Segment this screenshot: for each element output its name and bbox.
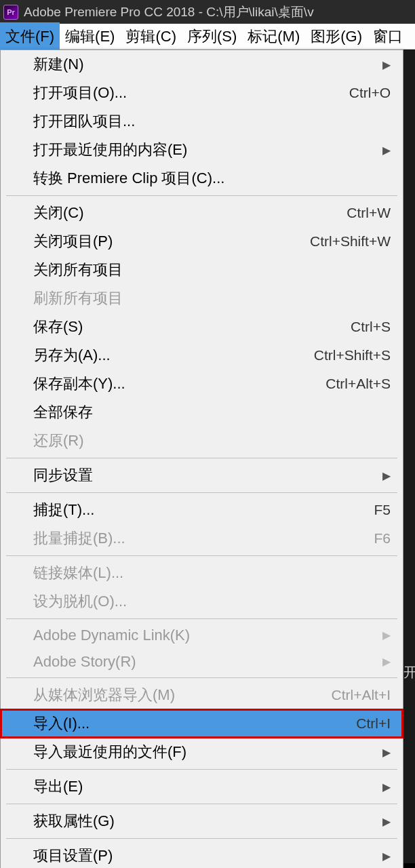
menu-item-5-0: Adobe Dynamic Link(K)▶ <box>1 622 403 648</box>
menu-item-0-4[interactable]: 转换 Premiere Clip 项目(C)... <box>1 164 403 193</box>
menu-item-1-7[interactable]: 全部保存 <box>1 398 403 427</box>
menu-item-1-1[interactable]: 关闭项目(P)Ctrl+Shift+W <box>1 227 403 256</box>
menu-item-label: 另存为(A)... <box>33 345 111 366</box>
menu-item-5-1: Adobe Story(R)▶ <box>1 648 403 675</box>
separator <box>6 838 397 839</box>
menu-item-label: 导出(E) <box>33 776 83 797</box>
menu-item-3-0[interactable]: 捕捉(T)...F5 <box>1 496 403 524</box>
menu-4[interactable]: 标记(M) <box>242 22 305 51</box>
menu-item-2-0[interactable]: 同步设置▶ <box>1 461 403 490</box>
menu-item-shortcut: F6 <box>374 530 391 547</box>
chevron-right-icon: ▶ <box>382 746 391 759</box>
separator <box>6 804 397 804</box>
separator <box>6 618 397 619</box>
chevron-right-icon: ▶ <box>382 781 391 793</box>
menu-item-label: 关闭所有项目 <box>33 260 123 280</box>
window-title: Adobe Premiere Pro CC 2018 - C:\用户\likai… <box>24 3 314 21</box>
chevron-right-icon: ▶ <box>382 144 391 157</box>
menu-item-8-0[interactable]: 获取属性(G)▶ <box>1 807 403 835</box>
menu-item-4-1: 设为脱机(O)... <box>1 587 403 616</box>
chevron-right-icon: ▶ <box>382 850 391 863</box>
separator <box>6 195 397 196</box>
menu-item-shortcut: Ctrl+O <box>349 85 391 101</box>
separator <box>6 492 397 493</box>
menu-item-1-6[interactable]: 保存副本(Y)...Ctrl+Alt+S <box>1 370 403 398</box>
chevron-right-icon: ▶ <box>382 629 391 642</box>
menu-item-1-8: 还原(R) <box>1 427 403 455</box>
separator <box>6 555 397 556</box>
menu-item-label: 全部保存 <box>33 402 93 422</box>
menu-item-label: 导入最近使用的文件(F) <box>33 742 186 762</box>
menu-item-shortcut: Ctrl+Shift+S <box>314 347 391 363</box>
menu-item-label: Adobe Story(R) <box>33 653 136 671</box>
menu-item-label: 还原(R) <box>33 431 84 451</box>
chevron-right-icon: ▶ <box>382 469 391 482</box>
titlebar: Pr Adobe Premiere Pro CC 2018 - C:\用户\li… <box>0 0 415 24</box>
menu-item-shortcut: Ctrl+S <box>351 319 391 335</box>
menu-item-4-0: 链接媒体(L)... <box>1 559 403 587</box>
menu-item-0-3[interactable]: 打开最近使用的内容(E)▶ <box>1 136 403 164</box>
menu-item-label: 链接媒体(L)... <box>33 563 123 583</box>
menu-item-0-2[interactable]: 打开团队项目... <box>1 107 403 136</box>
menu-item-label: 设为脱机(O)... <box>33 591 127 612</box>
menu-item-1-3: 刷新所有项目 <box>1 284 403 313</box>
menu-item-shortcut: Ctrl+Shift+W <box>310 233 391 250</box>
menu-1[interactable]: 编辑(E) <box>60 22 120 51</box>
menu-item-1-2[interactable]: 关闭所有项目 <box>1 256 403 284</box>
menu-item-label: 转换 Premiere Clip 项目(C)... <box>33 168 224 189</box>
menu-item-1-5[interactable]: 另存为(A)...Ctrl+Shift+S <box>1 341 403 370</box>
menu-item-label: Adobe Dynamic Link(K) <box>33 627 190 644</box>
chevron-right-icon: ▶ <box>382 815 391 828</box>
menu-item-6-1[interactable]: 导入(I)...Ctrl+I <box>1 709 403 738</box>
menu-item-label: 同步设置 <box>33 465 93 486</box>
menu-item-label: 关闭(C) <box>33 203 84 223</box>
menu-item-label: 关闭项目(P) <box>33 231 113 252</box>
menu-item-label: 保存副本(Y)... <box>33 374 125 394</box>
menu-item-label: 刷新所有项目 <box>33 288 123 309</box>
menu-2[interactable]: 剪辑(C) <box>120 22 182 51</box>
file-menu-dropdown: 新建(N)▶打开项目(O)...Ctrl+O打开团队项目...打开最近使用的内容… <box>0 50 403 868</box>
menu-item-3-1: 批量捕捉(B)...F6 <box>1 524 403 553</box>
separator <box>6 677 397 678</box>
background-panel: 开 <box>403 50 415 863</box>
menu-item-label: 保存(S) <box>33 317 83 337</box>
menu-5[interactable]: 图形(G) <box>305 22 368 51</box>
app-icon: Pr <box>3 5 18 20</box>
menu-item-label: 打开最近使用的内容(E) <box>33 140 187 160</box>
menu-item-label: 获取属性(G) <box>33 811 115 831</box>
menu-item-9-0[interactable]: 项目设置(P)▶ <box>1 842 403 868</box>
menu-item-label: 捕捉(T)... <box>33 500 94 520</box>
menu-item-shortcut: F5 <box>374 502 391 518</box>
chevron-right-icon: ▶ <box>382 58 391 71</box>
menu-3[interactable]: 序列(S) <box>182 22 242 51</box>
menu-item-label: 导入(I)... <box>33 713 90 734</box>
menu-item-0-1[interactable]: 打开项目(O)...Ctrl+O <box>1 79 403 107</box>
menu-item-6-0: 从媒体浏览器导入(M)Ctrl+Alt+I <box>1 681 403 709</box>
menu-item-6-2[interactable]: 导入最近使用的文件(F)▶ <box>1 738 403 766</box>
menu-0[interactable]: 文件(F) <box>0 22 60 51</box>
menu-item-label: 从媒体浏览器导入(M) <box>33 685 175 705</box>
menu-item-label: 打开项目(O)... <box>33 83 127 103</box>
menu-6[interactable]: 窗口 <box>368 22 408 51</box>
menu-item-shortcut: Ctrl+W <box>347 205 391 221</box>
separator <box>6 458 397 458</box>
menu-item-shortcut: Ctrl+Alt+I <box>331 687 391 703</box>
menu-item-7-0[interactable]: 导出(E)▶ <box>1 772 403 801</box>
menu-item-0-0[interactable]: 新建(N)▶ <box>1 50 403 79</box>
menu-item-label: 打开团队项目... <box>33 111 135 132</box>
menu-item-label: 项目设置(P) <box>33 846 113 866</box>
menubar: 文件(F)编辑(E)剪辑(C)序列(S)标记(M)图形(G)窗口 <box>0 24 415 50</box>
menu-item-label: 新建(N) <box>33 54 84 75</box>
menu-item-1-4[interactable]: 保存(S)Ctrl+S <box>1 313 403 341</box>
menu-item-shortcut: Ctrl+Alt+S <box>325 376 391 392</box>
chevron-right-icon: ▶ <box>382 655 391 668</box>
menu-item-shortcut: Ctrl+I <box>356 715 391 732</box>
menu-item-label: 批量捕捉(B)... <box>33 528 125 549</box>
separator <box>6 769 397 770</box>
menu-item-1-0[interactable]: 关闭(C)Ctrl+W <box>1 199 403 227</box>
